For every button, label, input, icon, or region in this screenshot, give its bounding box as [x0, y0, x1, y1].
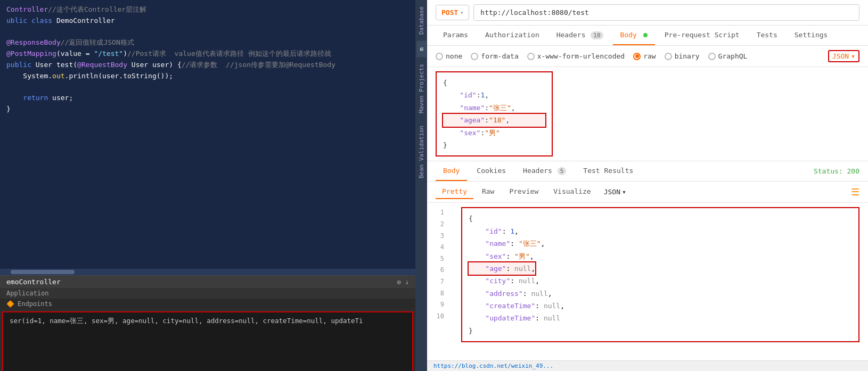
req-line-6: }: [443, 139, 545, 151]
tab-tests[interactable]: Tests: [749, 26, 785, 45]
code-line: [6, 82, 409, 93]
request-bar: POST ▾: [427, 0, 868, 26]
resp-format-chevron: ▾: [622, 188, 626, 196]
endpoints-subheader: 🔶 Endpoints: [0, 299, 415, 309]
wrap-icon[interactable]: ☰: [851, 186, 859, 197]
code-line: public User test(@RequestBody User user)…: [6, 60, 409, 71]
url-input[interactable]: [473, 4, 859, 21]
body-dot: [643, 33, 648, 37]
response-tabs-row: Body Cookies Headers 5 Test Results Stat…: [427, 161, 868, 182]
tab-body[interactable]: Body: [613, 26, 655, 45]
radio-urlencoded: [527, 53, 535, 60]
req-line-4-highlight: "agea":"18",: [443, 114, 545, 126]
console-output: ser(id=1, name=张三, sex=男, age=null, city…: [2, 311, 413, 371]
status-badge: Status: 200: [814, 167, 859, 175]
format-dropdown[interactable]: JSON ▾: [828, 50, 859, 62]
req-line-1: {: [443, 77, 545, 89]
option-none[interactable]: none: [436, 52, 462, 60]
format-label: JSON: [832, 52, 849, 60]
resp-tab-test-results[interactable]: Test Results: [576, 161, 641, 181]
resp-tab-headers[interactable]: Headers 5: [515, 161, 574, 181]
response-code-box: { "id": 1, "name": "张三", "sex": "男", "ag…: [461, 207, 859, 342]
resp-headers-badge: 5: [558, 167, 567, 175]
sidebar-tabs: Database m Maven Projects Bean Validatio…: [415, 0, 427, 371]
bottom-header: emoController ⚙ ↓: [0, 276, 415, 288]
resp-line-5-highlight: "age": null,: [469, 262, 852, 275]
fmt-tab-preview[interactable]: Preview: [503, 185, 545, 199]
fmt-tab-pretty[interactable]: Pretty: [436, 185, 473, 199]
option-binary[interactable]: binary: [665, 52, 700, 60]
download-icon[interactable]: ↓: [405, 278, 409, 286]
bottom-subheader: Application: [0, 288, 415, 299]
code-editor-panel: Controller//这个代表Controller层注解 ublic clas…: [0, 0, 415, 371]
tab-authorization[interactable]: Authorization: [478, 26, 547, 45]
option-raw-label: raw: [643, 52, 656, 60]
req-line-5: "sex":"男": [443, 127, 545, 139]
method-dropdown-icon: ▾: [460, 10, 463, 15]
code-line: ublic class DemoController: [6, 15, 409, 27]
endpoints-label: Endpoints: [18, 300, 52, 308]
tab-headers[interactable]: Headers 10: [549, 26, 611, 45]
response-format-bar: Pretty Raw Preview Visualize JSON ▾ ☰: [427, 182, 868, 203]
resp-line-6: "city": null,: [469, 275, 852, 287]
request-body-area: { "id":1, "name":"张三", "agea":"18", "sex…: [427, 67, 868, 161]
option-form-data-label: form-data: [481, 52, 518, 60]
code-line: [6, 27, 409, 38]
option-graphql-label: GraphQL: [718, 52, 748, 60]
endpoints-icon: 🔶: [6, 300, 14, 308]
resp-tab-body[interactable]: Body: [436, 161, 467, 181]
sidebar-tab-m[interactable]: m: [416, 41, 427, 57]
option-urlencoded[interactable]: x-www-form-urlencoded: [527, 52, 625, 60]
resp-line-8: "createTime": null,: [469, 300, 852, 312]
postman-panel: POST ▾ Params Authorization Headers 10 B…: [427, 0, 868, 371]
gear-icon[interactable]: ⚙: [397, 278, 401, 286]
tab-settings[interactable]: Settings: [787, 26, 836, 45]
resp-tab-cookies[interactable]: Cookies: [469, 161, 513, 181]
resp-line-3: "name": "张三",: [469, 237, 852, 250]
tab-pre-request[interactable]: Pre-request Script: [657, 26, 747, 45]
code-area: Controller//这个代表Controller层注解 ublic clas…: [0, 0, 415, 269]
header-icons: ⚙ ↓: [397, 278, 409, 286]
radio-graphql: [708, 53, 716, 60]
sidebar-tab-bean[interactable]: Bean Validation: [416, 119, 427, 185]
tab-params[interactable]: Params: [436, 26, 476, 45]
request-tabs-row: Params Authorization Headers 10 Body Pre…: [427, 26, 868, 46]
bottom-panel: emoController ⚙ ↓ Application 🔶 Endpoint…: [0, 275, 415, 371]
method-select[interactable]: POST ▾: [436, 5, 469, 20]
sidebar-tab-maven[interactable]: Maven Projects: [416, 57, 427, 120]
response-format-select[interactable]: JSON ▾: [604, 188, 626, 196]
option-raw[interactable]: raw: [633, 52, 656, 60]
application-label: Application: [6, 290, 48, 297]
code-line: @ResponseBody//返回值转成JSON格式: [6, 37, 409, 48]
scrollbar-thumb[interactable]: [11, 270, 75, 274]
radio-raw: [633, 53, 641, 60]
option-binary-label: binary: [675, 52, 700, 60]
horizontal-scrollbar[interactable]: [0, 269, 415, 275]
fmt-tab-visualize[interactable]: Visualize: [547, 185, 597, 199]
resp-format-label: JSON: [604, 188, 620, 196]
controller-title: emoController: [6, 278, 61, 286]
radio-none: [436, 53, 443, 60]
format-chevron: ▾: [851, 52, 855, 60]
sidebar-tab-database[interactable]: Database: [416, 0, 427, 41]
req-line-3: "name":"张三",: [443, 102, 545, 114]
code-line: Controller//这个代表Controller层注解: [6, 4, 409, 15]
fmt-tab-raw[interactable]: Raw: [476, 185, 501, 199]
option-form-data[interactable]: form-data: [471, 52, 518, 60]
code-line: }: [6, 104, 409, 115]
resp-line-4: "sex": "男",: [469, 250, 852, 262]
resp-line-9: "updateTime": null: [469, 312, 852, 324]
body-options-row: none form-data x-www-form-urlencoded raw…: [427, 46, 868, 67]
radio-form-data: [471, 53, 478, 60]
request-body-box[interactable]: { "id":1, "name":"张三", "agea":"18", "sex…: [436, 71, 553, 156]
req-line-2: "id":1,: [443, 89, 545, 101]
response-section: Body Cookies Headers 5 Test Results Stat…: [427, 161, 868, 371]
resp-line-1: {: [469, 212, 852, 225]
resp-line-7: "address": null,: [469, 287, 852, 300]
response-body: 1 2 3 4 5 6 7 8 9 10 { "id": 1, "name": …: [427, 203, 868, 360]
code-line: System.out.println(user.toString());: [6, 71, 409, 82]
resp-line-10: }: [469, 325, 852, 337]
line-numbers: 1 2 3 4 5 6 7 8 9 10: [427, 207, 448, 322]
option-graphql[interactable]: GraphQL: [708, 52, 748, 60]
method-label: POST: [441, 9, 458, 17]
